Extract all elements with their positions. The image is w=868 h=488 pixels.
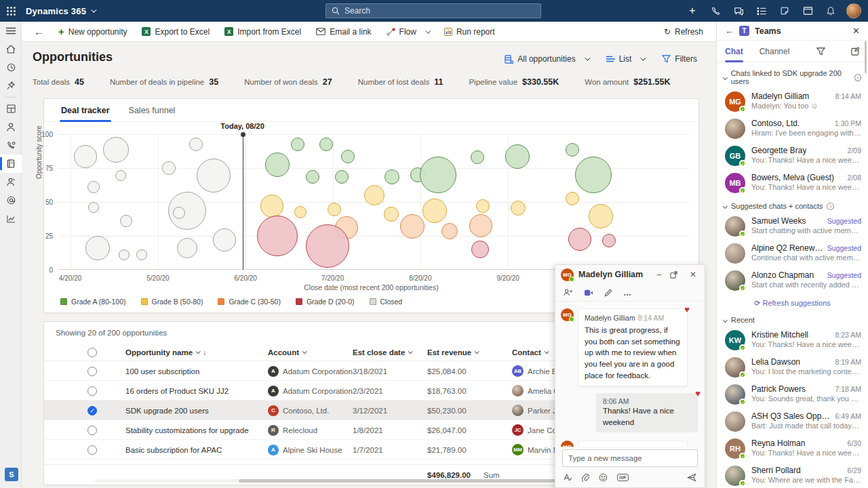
row-select-cell[interactable] [87,440,97,460]
teams-video-icon[interactable] [584,289,593,297]
opportunity-name-cell[interactable]: Stability customizations for upgrade [125,420,249,440]
sitemap-menu-icon[interactable] [0,22,22,40]
chat-list-item[interactable]: MG✓Madelyn Gilliam8:14 AMMadelyn: You to… [717,88,868,115]
format-text-icon[interactable] [564,473,572,481]
row-select-cell[interactable] [87,381,97,401]
panel-close-icon[interactable]: ✕ [852,26,860,36]
emoji-icon[interactable] [599,473,608,482]
back-arrow-icon[interactable]: ← [28,26,50,37]
chat-list-item[interactable]: ✓Lelia Dawson8:19 AMYou: I lost the mark… [717,354,868,381]
row-checkbox[interactable]: ✓ [87,406,97,415]
close-icon[interactable]: ✕ [687,270,699,279]
chat-list-item[interactable]: RH✓Reyna Holman6/30You: Thanks! Have a n… [717,435,868,462]
message-input-box[interactable] [562,449,698,467]
tasks-checklist-icon[interactable] [751,0,772,22]
opportunities-icon-selected[interactable] [0,155,22,173]
chat-list-item[interactable]: ✓Sherri Pollard6/29You: Where are we wit… [717,462,868,488]
column-header-est-revenue[interactable]: Est revenue [427,343,478,361]
tab-deal-tracker[interactable]: Deal tracker [61,99,110,122]
message-time: 8:06 AM [603,397,691,405]
message-input[interactable] [568,454,692,462]
teams-scrollbar[interactable] [865,41,867,73]
row-checkbox[interactable] [87,426,97,435]
chat-list-item[interactable]: ✓Alonzo ChapmanSuggestedStart chat with … [717,267,868,294]
chat-contact-name: Georgette Bray [751,146,806,155]
send-message-icon[interactable] [687,473,696,482]
new-chat-compose-icon[interactable] [851,47,860,56]
row-checkbox[interactable] [87,386,97,396]
select-all-checkbox[interactable] [87,348,97,357]
import-from-excel-button[interactable]: XImport from Excel [218,22,307,42]
gif-icon[interactable]: GIF [617,474,629,481]
home-icon[interactable] [0,40,22,58]
chat-icon[interactable] [728,0,749,22]
quick-create-plus-icon[interactable]: + [682,0,703,22]
search-input[interactable] [344,6,535,16]
edit-pencil-icon[interactable] [604,289,612,297]
sticky-note-icon[interactable] [774,0,795,22]
tab-sales-funnel[interactable]: Sales funnel [129,99,176,122]
row-select-cell[interactable] [87,420,97,440]
app-switcher-chevron-icon[interactable] [91,7,96,12]
chat-filter-icon[interactable] [816,47,825,56]
notifications-bell-icon[interactable] [821,0,841,22]
accounts-icon[interactable] [0,118,22,136]
view-selector[interactable]: All opportunities [505,54,588,64]
opportunity-name-cell[interactable]: Basic subscription for APAC [125,440,222,460]
refresh-suggestions-link[interactable]: ⟳ Refresh suggestions [717,294,868,310]
more-options-ellipsis-icon[interactable]: … [623,288,633,298]
app-launcher-waffle-icon[interactable] [0,0,22,22]
row-checkbox[interactable] [87,445,97,455]
s-app-badge[interactable]: S [5,468,18,481]
opportunity-name-cell[interactable]: 16 orders of Product SKU JJ2 [125,381,229,401]
analytics-icon[interactable] [0,209,22,228]
flow-button[interactable]: Flow [380,22,435,42]
add-people-icon[interactable] [564,289,573,296]
mentions-icon[interactable] [0,191,22,209]
apps-window-icon[interactable] [797,0,818,22]
chat-list-item[interactable]: ✓Patrick Powers7:18 AMYou: Sounds great,… [717,381,868,408]
chat-contact-name: Contoso, Ltd. [751,119,800,128]
section-header[interactable]: Chats linked to SDK upgrade 200 usersi [717,64,868,88]
pinned-icon[interactable] [0,77,22,95]
tab-chat[interactable]: Chat [725,41,743,62]
chat-list-item[interactable]: ASH Q3 Sales Opportunity6:49 AMBart: Jus… [717,408,868,435]
email-a-link-button[interactable]: Email a link [310,22,377,42]
chat-list-item[interactable]: MB✓Bowers, Melva (Guest)2/08You: Thanks!… [717,169,868,197]
global-search[interactable] [326,3,541,18]
new-opportunity-button[interactable]: +New opportunity [52,22,133,42]
run-report-button[interactable]: Run report [438,22,501,42]
chat-list-item[interactable]: Contoso, Ltd.1:30 PMHiram: I've been eng… [717,115,868,142]
calls-icon[interactable] [0,136,22,155]
panel-back-arrow-icon[interactable]: ← [725,26,734,36]
popout-icon[interactable] [670,271,682,279]
column-header-est-close-date[interactable]: Est close date [353,343,412,361]
phone-icon[interactable] [705,0,726,22]
chat-list-item[interactable]: Alpine Q2 Renewal OpportunitySuggestedCo… [717,240,868,267]
minimize-icon[interactable]: – [653,270,665,279]
attach-paperclip-icon[interactable] [582,473,589,482]
chat-list-item[interactable]: ✓Samuel WeeksSuggestedStart chatting wit… [717,213,868,240]
chat-list-item[interactable]: GB✓Georgette Bray2/09You: Thanks! Have a… [717,142,868,169]
row-checkbox[interactable] [87,367,97,376]
chat-avatar: MB✓ [725,173,745,193]
export-to-excel-button[interactable]: XExport to Excel [136,22,216,42]
section-header[interactable]: Recent [717,310,868,327]
column-header-account[interactable]: Account [268,343,306,361]
row-select-cell[interactable] [87,361,97,381]
recent-icon[interactable] [0,58,22,77]
chat-list-item[interactable]: KW✓Kristine Mitchell8:23 AMYou: Thanks! … [717,327,868,354]
section-header[interactable]: Suggested chats + contactsi [717,197,868,213]
dashboards-icon[interactable] [0,100,22,118]
contacts-icon[interactable] [0,173,22,191]
opportunity-name-cell[interactable]: 100 user subscription [125,361,199,381]
layout-selector[interactable]: List [606,54,645,64]
opportunity-name-cell[interactable]: SDK upgrade 200 users [125,401,209,420]
column-header-contact[interactable]: Contact [512,343,548,361]
tab-channel[interactable]: Channel [760,41,790,62]
column-header-opportunity-name[interactable]: Opportunity name↓ [125,343,207,361]
refresh-button[interactable]: ↻Refresh [658,22,709,42]
filters-button[interactable]: Filters [662,54,697,64]
account-avatar[interactable] [844,0,864,22]
row-select-cell[interactable]: ✓ [87,401,97,420]
